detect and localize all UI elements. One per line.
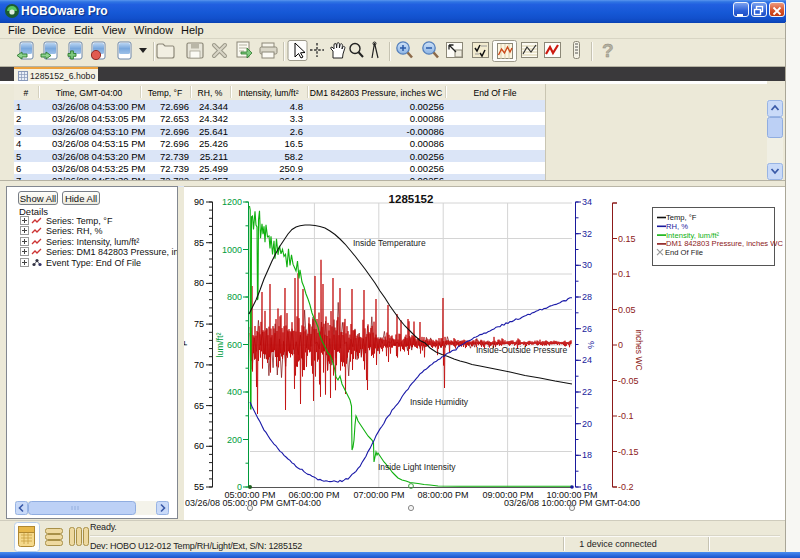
svg-text:Inside Temperature: Inside Temperature — [353, 238, 426, 248]
svg-text:75: 75 — [194, 319, 204, 329]
svg-text:Inside Humidity: Inside Humidity — [410, 397, 469, 407]
svg-text:1000: 1000 — [222, 245, 242, 255]
svg-text:%: % — [586, 341, 596, 349]
svg-text:34: 34 — [582, 197, 592, 207]
svg-text:Intensity, lum/ft²: Intensity, lum/ft² — [666, 231, 720, 240]
svg-text:-0.15: -0.15 — [618, 447, 639, 457]
svg-text:Temp, °F: Temp, °F — [666, 213, 697, 222]
svg-text:85: 85 — [194, 238, 204, 248]
svg-text:inches WC: inches WC — [634, 329, 644, 370]
svg-text:32: 32 — [582, 229, 592, 239]
svg-text:0.1: 0.1 — [618, 269, 631, 279]
svg-text:lum/ft²: lum/ft² — [215, 332, 225, 357]
svg-text:800: 800 — [227, 292, 242, 302]
svg-text:-0.05: -0.05 — [618, 376, 639, 386]
svg-text:60: 60 — [194, 441, 204, 451]
svg-text:?: ? — [602, 40, 614, 61]
svg-text:20: 20 — [582, 419, 592, 429]
svg-text:200: 200 — [227, 435, 242, 445]
svg-text:80: 80 — [194, 278, 204, 288]
svg-text:30: 30 — [582, 260, 592, 270]
svg-text:1285152: 1285152 — [389, 193, 434, 205]
svg-text:90: 90 — [194, 197, 204, 207]
svg-text:55: 55 — [194, 482, 204, 492]
svg-text:End Of File: End Of File — [665, 248, 703, 257]
svg-text:-0.2: -0.2 — [618, 482, 634, 492]
svg-text:°F: °F — [184, 340, 189, 350]
svg-text:-0.1: -0.1 — [618, 411, 634, 421]
svg-text:65: 65 — [194, 401, 204, 411]
svg-text:0: 0 — [618, 340, 623, 350]
svg-text:400: 400 — [227, 387, 242, 397]
svg-text:Inside Light Intensity: Inside Light Intensity — [378, 462, 456, 472]
svg-text:1200: 1200 — [222, 197, 242, 207]
svg-text:22: 22 — [582, 387, 592, 397]
svg-text:18: 18 — [582, 450, 592, 460]
svg-text:0.05: 0.05 — [618, 305, 636, 315]
svg-text:Inside-Outside Pressure: Inside-Outside Pressure — [476, 345, 567, 355]
svg-text:0.15: 0.15 — [618, 234, 636, 244]
svg-text:RH, %: RH, % — [666, 222, 688, 231]
svg-text:DM1 842803 Pressure, inches WC: DM1 842803 Pressure, inches WC — [666, 239, 783, 248]
svg-text:26: 26 — [582, 324, 592, 334]
svg-text:07:00:00 PM: 07:00:00 PM — [353, 490, 404, 500]
svg-text:08:00:00 PM: 08:00:00 PM — [417, 490, 468, 500]
svg-text:70: 70 — [194, 360, 204, 370]
svg-text:03/26/08 05:00:00 PM GMT-04:00: 03/26/08 05:00:00 PM GMT-04:00 — [185, 498, 321, 508]
svg-text:600: 600 — [227, 340, 242, 350]
svg-text:24: 24 — [582, 355, 592, 365]
svg-text:28: 28 — [582, 292, 592, 302]
